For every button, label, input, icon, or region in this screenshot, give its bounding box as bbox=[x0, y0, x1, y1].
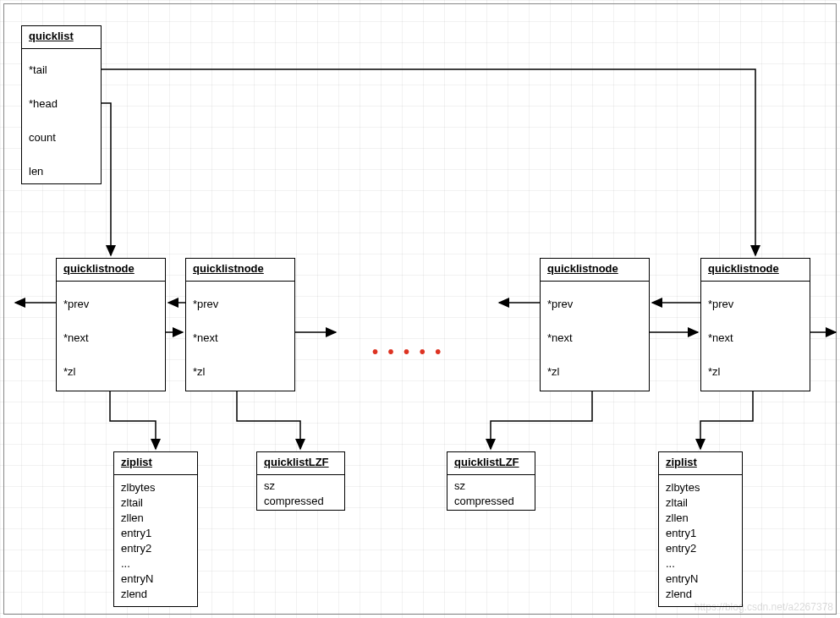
quicklistnode-title: quicklistnode bbox=[63, 262, 135, 275]
quicklistnode-box: quicklistnode *prev *next *zl bbox=[700, 258, 810, 391]
quicklistlzf-field: compressed bbox=[454, 495, 514, 507]
quicklistnode-title: quicklistnode bbox=[547, 262, 618, 275]
quicklistnode-field: *zl bbox=[63, 365, 75, 378]
ziplist-field: entry1 bbox=[666, 527, 696, 539]
ziplist-field: entry1 bbox=[121, 527, 151, 539]
ziplist-field: zlbytes bbox=[121, 481, 155, 494]
quicklist-field: len bbox=[29, 165, 43, 178]
quicklistlzf-title: quicklistLZF bbox=[264, 456, 329, 468]
ziplist-field: entry2 bbox=[121, 542, 151, 555]
quicklistnode-field: *prev bbox=[547, 298, 573, 310]
quicklistnode-field: *prev bbox=[63, 298, 89, 310]
ziplist-field: zllen bbox=[666, 511, 689, 524]
ziplist-field: entryN bbox=[121, 572, 153, 585]
quicklistnode-field: *next bbox=[547, 331, 573, 344]
quicklist-title: quicklist bbox=[29, 30, 74, 42]
quicklistnode-field: *prev bbox=[193, 298, 218, 310]
quicklistlzf-box: quicklistLZF sz compressed bbox=[447, 451, 535, 511]
quicklistlzf-field: sz bbox=[264, 479, 275, 492]
quicklistnode-field: *zl bbox=[708, 365, 720, 378]
ziplist-field: zltail bbox=[121, 496, 143, 509]
ziplist-box: ziplist zlbytes zltail zllen entry1 entr… bbox=[113, 451, 198, 607]
quicklistnode-title: quicklistnode bbox=[708, 262, 779, 275]
quicklistlzf-field: sz bbox=[454, 479, 465, 492]
quicklistlzf-box: quicklistLZF sz compressed bbox=[256, 451, 345, 511]
ziplist-field: zlend bbox=[121, 588, 147, 600]
watermark: https://blog.csdn.net/a2267378 bbox=[695, 601, 833, 613]
ziplist-field: ... bbox=[121, 557, 130, 570]
quicklistnode-title: quicklistnode bbox=[193, 262, 264, 275]
ellipsis-dots: • • • • • bbox=[372, 342, 443, 362]
quicklistnode-box: quicklistnode *prev *next *zl bbox=[56, 258, 166, 391]
quicklistnode-field: *next bbox=[708, 331, 733, 344]
quicklist-field: count bbox=[29, 131, 56, 144]
ziplist-field: entry2 bbox=[666, 542, 696, 555]
ziplist-field: entryN bbox=[666, 572, 698, 585]
quicklistnode-field: *prev bbox=[708, 298, 733, 310]
ziplist-title: ziplist bbox=[666, 456, 697, 468]
ziplist-field: zltail bbox=[666, 496, 688, 509]
ziplist-field: zlbytes bbox=[666, 481, 700, 494]
ziplist-title: ziplist bbox=[121, 456, 152, 468]
ziplist-field: zlend bbox=[666, 588, 692, 600]
quicklist-field: *tail bbox=[29, 63, 47, 76]
quicklistlzf-title: quicklistLZF bbox=[454, 456, 519, 468]
ziplist-box: ziplist zlbytes zltail zllen entry1 entr… bbox=[658, 451, 743, 607]
quicklistnode-field: *zl bbox=[193, 365, 205, 378]
quicklistnode-field: *zl bbox=[547, 365, 559, 378]
quicklistnode-box: quicklistnode *prev *next *zl bbox=[185, 258, 295, 391]
quicklist-box: quicklist *tail *head count len bbox=[21, 25, 102, 184]
quicklistnode-box: quicklistnode *prev *next *zl bbox=[540, 258, 650, 391]
quicklistnode-field: *next bbox=[63, 331, 89, 344]
quicklist-field: *head bbox=[29, 97, 58, 110]
quicklistnode-field: *next bbox=[193, 331, 218, 344]
quicklistlzf-field: compressed bbox=[264, 495, 324, 507]
ziplist-field: zllen bbox=[121, 511, 144, 524]
ziplist-field: ... bbox=[666, 557, 675, 570]
